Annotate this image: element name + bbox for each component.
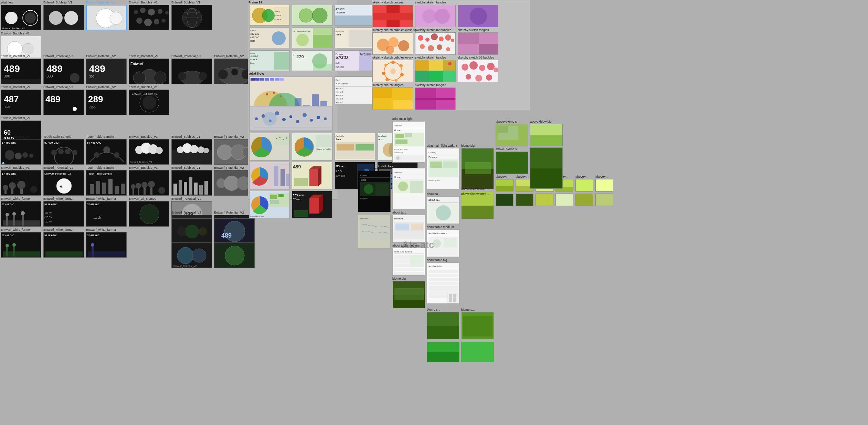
thumb-adat-light-variant[interactable]: Forestry Params world map area <box>427 148 459 189</box>
thumb-f99-6[interactable]: Available Area <box>335 28 375 48</box>
thumb-eb-cloud-1[interactable]: Entwurf_Bubbles_V1 <box>129 139 169 165</box>
thumb-epv2-8[interactable]: 489 <box>43 90 84 115</box>
thumb-epv2-final-2[interactable] <box>214 242 255 268</box>
thumb-above-5[interactable] <box>575 179 593 191</box>
thumb-above-blow-big[interactable] <box>530 124 563 146</box>
thumb-wf-3[interactable]: 57 489 GtC 1.19h <box>86 201 127 227</box>
thumb-epv2-4[interactable]: Entwurf <box>129 59 169 84</box>
thumb-epv2-5[interactable] <box>171 59 212 84</box>
thumb-eb-trees[interactable]: 57 489 GtC <box>1 170 41 196</box>
thumb-epv2-colorful-1[interactable] <box>171 218 212 244</box>
thumb-epv2-text[interactable]: Entwurf_Potential_V2 ◉ <box>43 170 84 196</box>
thumb-above-biome-1[interactable] <box>496 124 528 146</box>
thumb-above-below-row2-1[interactable] <box>496 194 514 206</box>
thumb-f99-1[interactable]: Shade 489 GtC 489 GtC <box>249 5 290 25</box>
thumb-eb1-4[interactable] <box>129 5 169 30</box>
thumb-f99-17[interactable] <box>249 162 290 189</box>
svg-text:Possible Areas: Possible Areas <box>250 215 264 217</box>
thumb-sk-close[interactable] <box>372 32 413 55</box>
label-eb1-4: Entwurf_Bubbles_V1 <box>129 1 158 4</box>
thumb-tt-2[interactable]: 57 489 GtC <box>86 139 127 165</box>
thumb-eb1-5[interactable] <box>171 5 212 30</box>
thumb-eb1-bubbles[interactable]: Entwurf_Bubbles_V1 <box>129 90 169 115</box>
thumb-wf-5[interactable]: 57 489 GtC <box>43 232 84 258</box>
thumb-biome-s-1[interactable] <box>427 312 459 340</box>
thumb-biome-big-2[interactable] <box>392 281 425 309</box>
thumb-f99-18[interactable]: 489 <box>292 162 332 189</box>
thumb-epv2-colorful-2[interactable]: 489 <box>214 218 255 244</box>
thumb-f99-14[interactable]: Shade on Held map <box>292 133 332 160</box>
thumb-biome-s-2[interactable] <box>461 312 494 340</box>
thumb-above-6[interactable] <box>595 179 613 191</box>
thumb-f99-21[interactable]: Possible Areas <box>249 191 290 218</box>
thumb-f99-15[interactable]: Available Area <box>335 133 375 160</box>
thumb-above-below-row2-3[interactable] <box>536 194 553 206</box>
thumb-above-biome-2[interactable] <box>496 152 528 174</box>
thumb-sk-2[interactable] <box>415 5 456 27</box>
thumb-about-ta-2[interactable]: about ta... <box>427 196 459 224</box>
thumb-sk-02b-2[interactable] <box>458 60 498 82</box>
thumb-biome-large[interactable] <box>530 147 563 189</box>
thumb-adat-light-2[interactable]: Forestry Home <box>392 168 425 209</box>
thumb-about-table-med-1[interactable]: about table medium <box>392 248 425 276</box>
thumb-f99-3[interactable]: 489 GtC Available <box>335 5 375 25</box>
thumb-epv2-9[interactable]: 289-300- <box>86 90 127 115</box>
thumb-sk-3[interactable] <box>458 5 498 27</box>
thumb-f99-4[interactable]: Shade 489 GtC 489 GtC Beta <box>249 28 290 48</box>
thumb-sk-1[interactable] <box>372 5 413 27</box>
thumb-unknown-map[interactable]: map area <box>358 214 391 249</box>
thumb-adat-dark[interactable]: Forestry Home dark theme <box>358 171 391 212</box>
thumb-about-ta-1[interactable]: about ta... <box>392 215 425 242</box>
thumb-eb1-2[interactable] <box>43 5 84 30</box>
thumb-f99-13[interactable] <box>249 133 290 160</box>
thumb-f99-5[interactable]: Shade on Held map <box>292 28 332 48</box>
svg-text:Shade: Shade <box>250 30 256 32</box>
thumb-sk-tg-4[interactable] <box>415 60 456 82</box>
thumb-eb-cloud-2[interactable] <box>171 139 212 165</box>
thumb-wf-1[interactable]: 57 489 GtC <box>1 201 41 227</box>
svg-text:489 GtC: 489 GtC <box>250 59 258 61</box>
thumb-tt-1[interactable]: 57 489 GtC <box>43 139 84 165</box>
thumb-above-below-row2-6[interactable] <box>595 194 613 206</box>
thumb-f99-8[interactable]: 57 279 <box>292 50 332 71</box>
thumb-green-sm-2[interactable] <box>461 342 494 363</box>
thumb-f99-2[interactable] <box>292 5 332 25</box>
thumb-f99-big-1[interactable] <box>249 106 332 131</box>
thumb-f99-22[interactable]: 57% acc 37% acc <box>292 191 332 218</box>
thumb-epv2-7[interactable]: 487-300- <box>1 90 41 115</box>
svg-rect-175 <box>335 15 375 25</box>
thumb-about-table-big[interactable]: about table big <box>427 262 459 304</box>
thumb-above-below-row2-2[interactable] <box>516 194 533 206</box>
thumb-eb1-1[interactable]: Entwurf_Bubbles_V1 <box>1 5 41 30</box>
thumb-above-below-row2-4[interactable] <box>555 194 573 206</box>
label-sk-tg3: sketchy sketch tangles <box>415 56 446 59</box>
thumb-green-sm-1[interactable] <box>427 342 459 362</box>
thumb-epv2-2[interactable]: 489300 <box>43 59 84 84</box>
thumb-above-below-med[interactable] <box>461 191 494 219</box>
thumb-sk-tg-5[interactable] <box>372 87 413 110</box>
thumb-f99-7[interactable]: Media 489 GtC 489 GtC Beta <box>249 50 290 71</box>
thumb-epv2-final-1[interactable]: Entwurf_Potential_V2 <box>171 242 212 268</box>
thumb-f99-11[interactable]: Bee a as items ● item 1 ● item 2 ● item … <box>335 76 375 104</box>
thumb-f99-9[interactable]: Forestry 57GtO 279 279GtO Available Tree <box>335 50 375 71</box>
thumb-biome-big[interactable] <box>461 148 494 189</box>
thumb-wf-6[interactable]: 57 489 GtC <box>86 232 127 258</box>
thumb-ab-1[interactable] <box>129 201 169 227</box>
svg-rect-154 <box>92 246 94 257</box>
thumb-eb-bars[interactable] <box>171 170 212 196</box>
thumb-epv2-1[interactable]: 489300 <box>1 59 41 84</box>
thumb-eb-57-1[interactable]: 57 489 GtC 🌍 <box>1 139 41 165</box>
thumb-eb-trees-2[interactable] <box>129 170 169 196</box>
thumb-sk-02b-1[interactable] <box>415 32 456 55</box>
thumb-sk-bubbles-ov[interactable] <box>372 60 413 82</box>
thumb-eb1-3[interactable] <box>86 5 127 30</box>
thumb-wf-2[interactable]: 57 489 GtC -25 % -15 % -10 % <box>43 201 84 227</box>
thumb-above-below-row2-5[interactable] <box>575 194 593 206</box>
thumb-sk-tg-6[interactable] <box>415 87 456 110</box>
thumb-adat-light-1[interactable]: Forestry Home some text here more info <box>392 121 425 163</box>
thumb-tt-bars[interactable]: Touch Table Sample <box>86 170 127 196</box>
thumb-sk-tg-3[interactable] <box>458 32 498 55</box>
thumb-wf-4[interactable]: 57 489 GtC <box>1 232 41 258</box>
thumb-above-1[interactable] <box>496 179 514 191</box>
thumb-epv2-3[interactable]: 489300 <box>86 59 127 84</box>
